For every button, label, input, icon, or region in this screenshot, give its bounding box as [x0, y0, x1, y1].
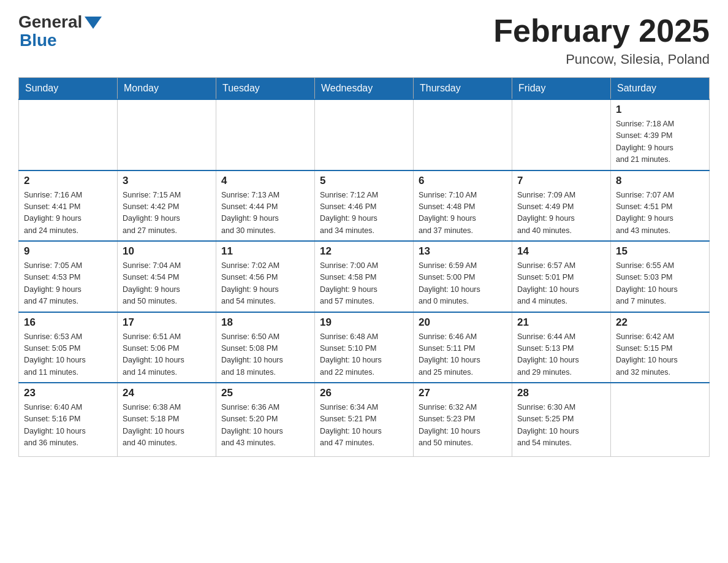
- day-number: 12: [320, 245, 408, 258]
- logo-triangle-icon: [85, 17, 102, 29]
- logo: General Blue: [18, 12, 102, 50]
- day-number: 5: [320, 175, 408, 187]
- calendar-cell: 9Sunrise: 7:05 AMSunset: 4:53 PMDaylight…: [19, 241, 118, 312]
- calendar-cell: 2Sunrise: 7:16 AMSunset: 4:41 PMDaylight…: [19, 170, 118, 242]
- day-number: 16: [24, 316, 112, 329]
- calendar-cell: 16Sunrise: 6:53 AMSunset: 5:05 PMDayligh…: [19, 312, 118, 383]
- svg-marker-0: [85, 17, 102, 29]
- day-info: Sunrise: 6:38 AMSunset: 5:18 PMDaylight:…: [123, 402, 211, 450]
- day-number: 27: [419, 387, 507, 399]
- calendar-cell: [315, 99, 414, 170]
- calendar-week-row: 9Sunrise: 7:05 AMSunset: 4:53 PMDaylight…: [19, 241, 710, 312]
- month-title: February 2025: [493, 12, 710, 49]
- day-info: Sunrise: 6:50 AMSunset: 5:08 PMDaylight:…: [221, 331, 309, 379]
- calendar-cell: 22Sunrise: 6:42 AMSunset: 5:15 PMDayligh…: [611, 312, 710, 383]
- calendar-week-row: 2Sunrise: 7:16 AMSunset: 4:41 PMDaylight…: [19, 170, 710, 242]
- day-number: 25: [221, 387, 309, 399]
- day-info: Sunrise: 6:59 AMSunset: 5:00 PMDaylight:…: [419, 260, 507, 308]
- day-info: Sunrise: 7:16 AMSunset: 4:41 PMDaylight:…: [24, 190, 112, 237]
- calendar-cell: 18Sunrise: 6:50 AMSunset: 5:08 PMDayligh…: [216, 312, 315, 383]
- calendar-cell: [512, 99, 611, 170]
- calendar-cell: 24Sunrise: 6:38 AMSunset: 5:18 PMDayligh…: [118, 383, 216, 456]
- day-info: Sunrise: 6:30 AMSunset: 5:25 PMDaylight:…: [517, 402, 605, 450]
- page-header: General Blue February 2025 Puncow, Siles…: [18, 12, 710, 67]
- day-info: Sunrise: 6:55 AMSunset: 5:03 PMDaylight:…: [616, 260, 704, 308]
- day-info: Sunrise: 7:15 AMSunset: 4:42 PMDaylight:…: [123, 190, 211, 237]
- logo-blue-text: Blue: [20, 31, 57, 50]
- weekday-header-wednesday: Wednesday: [315, 78, 414, 100]
- day-info: Sunrise: 7:18 AMSunset: 4:39 PMDaylight:…: [616, 118, 704, 166]
- location-text: Puncow, Silesia, Poland: [493, 52, 710, 67]
- calendar-cell: [19, 99, 118, 170]
- calendar-cell: 11Sunrise: 7:02 AMSunset: 4:56 PMDayligh…: [216, 241, 315, 312]
- day-info: Sunrise: 6:51 AMSunset: 5:06 PMDaylight:…: [123, 331, 211, 379]
- day-number: 3: [123, 175, 211, 187]
- day-number: 4: [221, 175, 309, 187]
- calendar-cell: 12Sunrise: 7:00 AMSunset: 4:58 PMDayligh…: [315, 241, 414, 312]
- day-number: 8: [616, 175, 704, 187]
- calendar-cell: 13Sunrise: 6:59 AMSunset: 5:00 PMDayligh…: [414, 241, 512, 312]
- calendar-cell: 23Sunrise: 6:40 AMSunset: 5:16 PMDayligh…: [19, 383, 118, 456]
- weekday-header-saturday: Saturday: [611, 78, 710, 100]
- day-number: 7: [517, 175, 605, 187]
- weekday-header-tuesday: Tuesday: [216, 78, 315, 100]
- weekday-header-friday: Friday: [512, 78, 611, 100]
- day-number: 22: [616, 316, 704, 329]
- day-info: Sunrise: 6:48 AMSunset: 5:10 PMDaylight:…: [320, 331, 408, 379]
- calendar-cell: 6Sunrise: 7:10 AMSunset: 4:48 PMDaylight…: [414, 170, 512, 242]
- calendar-cell: 25Sunrise: 6:36 AMSunset: 5:20 PMDayligh…: [216, 383, 315, 456]
- calendar-cell: [611, 383, 710, 456]
- day-info: Sunrise: 6:36 AMSunset: 5:20 PMDaylight:…: [221, 402, 309, 450]
- calendar-cell: 8Sunrise: 7:07 AMSunset: 4:51 PMDaylight…: [611, 170, 710, 242]
- day-number: 15: [616, 245, 704, 258]
- day-info: Sunrise: 6:42 AMSunset: 5:15 PMDaylight:…: [616, 331, 704, 379]
- weekday-header-row: SundayMondayTuesdayWednesdayThursdayFrid…: [19, 78, 710, 100]
- calendar-cell: 10Sunrise: 7:04 AMSunset: 4:54 PMDayligh…: [118, 241, 216, 312]
- day-info: Sunrise: 6:46 AMSunset: 5:11 PMDaylight:…: [419, 331, 507, 379]
- day-info: Sunrise: 7:02 AMSunset: 4:56 PMDaylight:…: [221, 260, 309, 308]
- calendar-cell: 27Sunrise: 6:32 AMSunset: 5:23 PMDayligh…: [414, 383, 512, 456]
- calendar-week-row: 16Sunrise: 6:53 AMSunset: 5:05 PMDayligh…: [19, 312, 710, 383]
- day-number: 21: [517, 316, 605, 329]
- calendar-cell: [414, 99, 512, 170]
- weekday-header-monday: Monday: [118, 78, 216, 100]
- calendar-table: SundayMondayTuesdayWednesdayThursdayFrid…: [18, 77, 710, 457]
- day-info: Sunrise: 7:00 AMSunset: 4:58 PMDaylight:…: [320, 260, 408, 308]
- calendar-cell: 4Sunrise: 7:13 AMSunset: 4:44 PMDaylight…: [216, 170, 315, 242]
- day-number: 1: [616, 104, 704, 116]
- day-info: Sunrise: 7:09 AMSunset: 4:49 PMDaylight:…: [517, 190, 605, 237]
- weekday-header-sunday: Sunday: [19, 78, 118, 100]
- day-info: Sunrise: 7:12 AMSunset: 4:46 PMDaylight:…: [320, 190, 408, 237]
- day-number: 26: [320, 387, 408, 399]
- day-info: Sunrise: 7:04 AMSunset: 4:54 PMDaylight:…: [123, 260, 211, 308]
- day-info: Sunrise: 6:44 AMSunset: 5:13 PMDaylight:…: [517, 331, 605, 379]
- day-info: Sunrise: 7:07 AMSunset: 4:51 PMDaylight:…: [616, 190, 704, 237]
- calendar-cell: 14Sunrise: 6:57 AMSunset: 5:01 PMDayligh…: [512, 241, 611, 312]
- calendar-cell: 21Sunrise: 6:44 AMSunset: 5:13 PMDayligh…: [512, 312, 611, 383]
- day-number: 28: [517, 387, 605, 399]
- day-number: 6: [419, 175, 507, 187]
- calendar-week-row: 1Sunrise: 7:18 AMSunset: 4:39 PMDaylight…: [19, 99, 710, 170]
- day-info: Sunrise: 6:32 AMSunset: 5:23 PMDaylight:…: [419, 402, 507, 450]
- day-number: 9: [24, 245, 112, 258]
- calendar-cell: 26Sunrise: 6:34 AMSunset: 5:21 PMDayligh…: [315, 383, 414, 456]
- calendar-cell: 1Sunrise: 7:18 AMSunset: 4:39 PMDaylight…: [611, 99, 710, 170]
- day-info: Sunrise: 7:05 AMSunset: 4:53 PMDaylight:…: [24, 260, 112, 308]
- day-info: Sunrise: 6:40 AMSunset: 5:16 PMDaylight:…: [24, 402, 112, 450]
- calendar-cell: 15Sunrise: 6:55 AMSunset: 5:03 PMDayligh…: [611, 241, 710, 312]
- day-info: Sunrise: 7:13 AMSunset: 4:44 PMDaylight:…: [221, 190, 309, 237]
- calendar-cell: 20Sunrise: 6:46 AMSunset: 5:11 PMDayligh…: [414, 312, 512, 383]
- day-info: Sunrise: 6:57 AMSunset: 5:01 PMDaylight:…: [517, 260, 605, 308]
- calendar-cell: 3Sunrise: 7:15 AMSunset: 4:42 PMDaylight…: [118, 170, 216, 242]
- day-number: 10: [123, 245, 211, 258]
- calendar-cell: 28Sunrise: 6:30 AMSunset: 5:25 PMDayligh…: [512, 383, 611, 456]
- day-number: 14: [517, 245, 605, 258]
- day-number: 19: [320, 316, 408, 329]
- calendar-cell: [216, 99, 315, 170]
- calendar-cell: 19Sunrise: 6:48 AMSunset: 5:10 PMDayligh…: [315, 312, 414, 383]
- day-number: 17: [123, 316, 211, 329]
- calendar-cell: 5Sunrise: 7:12 AMSunset: 4:46 PMDaylight…: [315, 170, 414, 242]
- calendar-cell: 7Sunrise: 7:09 AMSunset: 4:49 PMDaylight…: [512, 170, 611, 242]
- day-number: 23: [24, 387, 112, 399]
- title-section: February 2025 Puncow, Silesia, Poland: [493, 12, 710, 67]
